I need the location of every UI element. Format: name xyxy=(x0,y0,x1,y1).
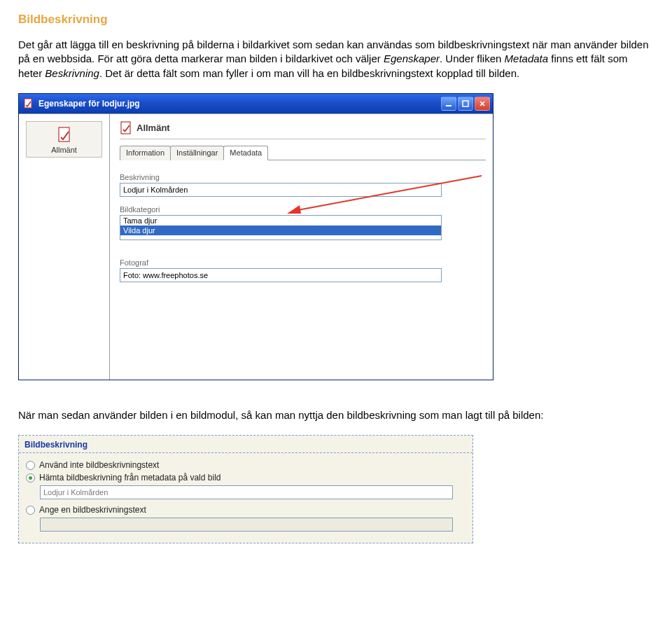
fotograf-input[interactable] xyxy=(120,268,442,282)
bildkategori-listbox[interactable]: Tama djur Vilda djur xyxy=(120,215,442,240)
close-button[interactable] xyxy=(475,97,490,111)
intro-paragraph: Det går att lägga till en beskrivning på… xyxy=(18,38,654,81)
window-title: Egenskaper för lodjur.jpg xyxy=(38,99,441,109)
radio-label: Hämta bildbeskrivning från metadata på v… xyxy=(39,473,220,483)
nav-item-label: Allmänt xyxy=(27,146,102,154)
custom-text-input[interactable] xyxy=(40,518,453,532)
fieldset-separator xyxy=(19,452,472,453)
bildkategori-label: Bildkategori xyxy=(120,205,486,214)
right-panel: Allmänt Information Inställningar Metada… xyxy=(110,114,493,380)
nav-item-allmant[interactable]: Allmänt xyxy=(26,121,102,158)
list-item[interactable]: Tama djur xyxy=(120,216,441,226)
bildbeskrivning-fieldset: Bildbeskrivning Använd inte bildbeskrivn… xyxy=(18,435,473,543)
list-item[interactable]: Vilda djur xyxy=(120,226,441,235)
window-buttons xyxy=(441,97,490,111)
radio-icon xyxy=(26,506,35,515)
metadata-text-input[interactable] xyxy=(40,485,453,499)
panel-heading: Allmänt xyxy=(120,121,486,139)
beskrivning-label: Beskrivning xyxy=(120,173,486,181)
tab-information[interactable]: Information xyxy=(120,146,171,160)
svg-rect-2 xyxy=(463,101,468,106)
subtab-strip: Information Inställningar Metadata xyxy=(120,145,486,160)
field-beskrivning: Beskrivning xyxy=(120,173,486,197)
svg-rect-1 xyxy=(446,105,451,106)
radio-label: Ange en bildbeskrivningstext xyxy=(39,505,146,515)
intro-text-b: . Under fliken xyxy=(440,53,505,64)
svg-rect-0 xyxy=(24,99,31,108)
svg-rect-3 xyxy=(59,127,69,141)
properties-window: Egenskaper för lodjur.jpg Al xyxy=(18,93,493,380)
intro-italic-beskrivning: Beskrivning xyxy=(45,67,99,79)
radio-option-from-metadata[interactable]: Hämta bildbeskrivning från metadata på v… xyxy=(19,471,472,484)
left-navigation: Allmänt xyxy=(19,114,110,380)
panel-heading-text: Allmänt xyxy=(136,123,170,133)
window-body: Allmänt Allmänt Information Inställninga… xyxy=(19,113,493,380)
beskrivning-input[interactable] xyxy=(120,183,442,197)
field-bildkategori: Bildkategori Tama djur Vilda djur xyxy=(120,205,486,240)
svg-rect-4 xyxy=(121,122,130,134)
second-paragraph: När man sedan använder bilden i en bildm… xyxy=(18,408,654,422)
field-fotograf: Fotograf xyxy=(120,258,486,282)
document-check-icon xyxy=(120,121,132,135)
radio-option-none[interactable]: Använd inte bildbeskrivningstext xyxy=(19,459,472,471)
page-title: Bildbeskrivning xyxy=(18,13,654,27)
titlebar: Egenskaper för lodjur.jpg xyxy=(19,94,493,113)
intro-italic-egenskaper: Egenskaper xyxy=(384,53,440,64)
app-icon xyxy=(23,98,34,109)
radio-label: Använd inte bildbeskrivningstext xyxy=(39,460,159,470)
intro-text-d: . Det är detta fält som man fyller i om … xyxy=(99,67,519,79)
fotograf-label: Fotograf xyxy=(120,258,486,267)
tab-installningar[interactable]: Inställningar xyxy=(170,146,224,160)
minimize-button[interactable] xyxy=(441,97,456,111)
document-check-icon xyxy=(57,126,72,144)
radio-option-custom[interactable]: Ange en bildbeskrivningstext xyxy=(19,504,472,516)
maximize-button[interactable] xyxy=(458,97,473,111)
radio-icon xyxy=(26,461,35,470)
tab-metadata[interactable]: Metadata xyxy=(223,146,268,160)
radio-icon xyxy=(26,473,35,483)
intro-italic-metadata: Metadata xyxy=(505,53,549,64)
fieldset-legend: Bildbeskrivning xyxy=(19,436,472,451)
